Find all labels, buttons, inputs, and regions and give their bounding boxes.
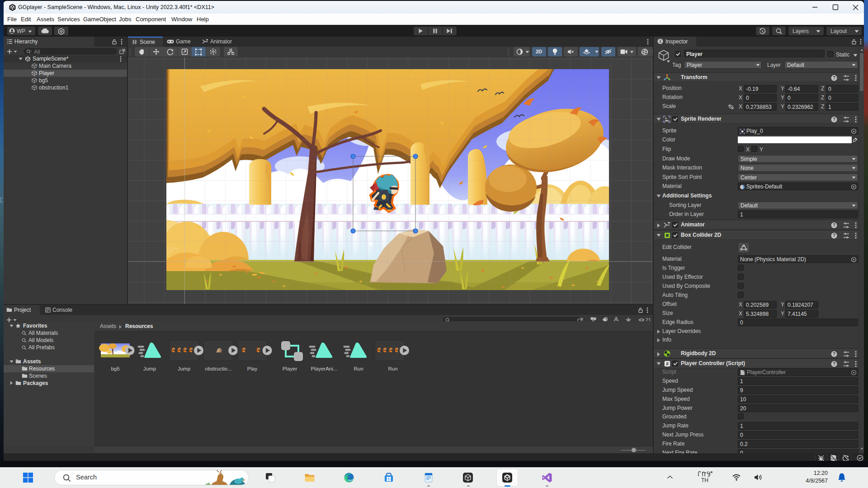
svg-text:#: # (666, 361, 669, 366)
